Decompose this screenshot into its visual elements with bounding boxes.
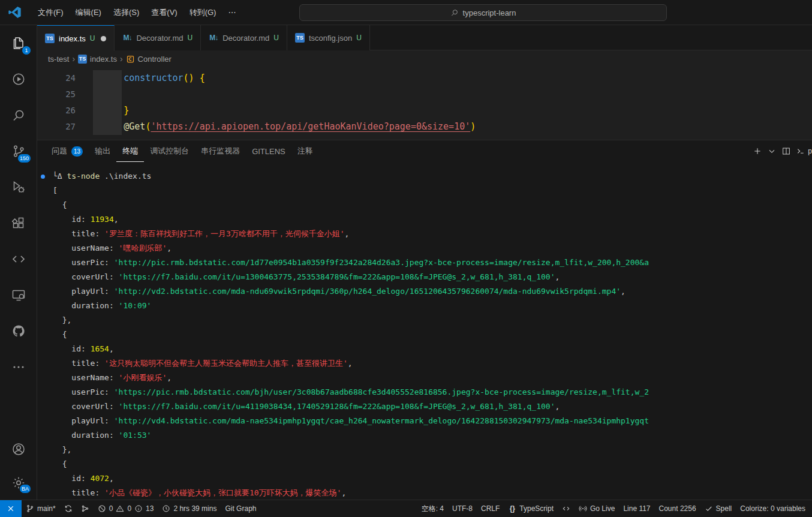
menu-more-button[interactable]: ⋯ [222, 5, 242, 20]
activity-run-commands[interactable] [0, 61, 37, 97]
menu-item[interactable]: 选择(S) [107, 4, 145, 21]
activity-run-and-debug[interactable] [0, 169, 37, 205]
status-bar-left: main*00132 hrs 39 minsGit Graph [0, 500, 260, 517]
panel-tab-终端[interactable]: 终端 [116, 140, 144, 162]
text-run [194, 73, 200, 83]
status-count: 13 [146, 504, 154, 513]
text-run: constructor [124, 73, 183, 83]
tab-tsconfig-json[interactable]: TStsconfig.jsonU [287, 25, 370, 50]
panel-tab-输出[interactable]: 输出 [89, 140, 116, 162]
status-label: CRLF [481, 504, 500, 513]
status-git-graph-view[interactable] [77, 500, 94, 517]
tab-index-ts[interactable]: TSindex.tsU [37, 25, 115, 51]
activity-github[interactable] [0, 313, 37, 349]
search-icon [450, 8, 459, 17]
terminal[interactable]: └Δ ts-node .\index.ts[ { id: 11934, titl… [37, 162, 812, 500]
status-go-live[interactable]: Go Live [575, 500, 619, 517]
menu-item[interactable]: 文件(F) [32, 4, 70, 21]
status-git-branch[interactable]: main* [22, 500, 60, 517]
menu-item[interactable]: 查看(V) [145, 4, 183, 21]
tab-decorator-md[interactable]: M↓Decorator.mdU [115, 25, 201, 50]
status-encoding[interactable]: UTF-8 [448, 500, 477, 517]
menu-bar: 文件(F)编辑(E)选择(S)查看(V)转到(G)⋯ [32, 4, 242, 21]
md-file-icon: M↓ [122, 33, 132, 43]
line-number: 24 [37, 70, 76, 86]
terminal-line: [ [53, 184, 812, 198]
terminal-line: userName: '小刚看娱乐', [53, 371, 812, 385]
panel-tab-问题[interactable]: 问题13 [46, 140, 89, 162]
terminal-line: userPic: 'http://pic.rmb.bdstatic.com/1d… [53, 256, 812, 270]
activity-remote-explorer[interactable] [0, 277, 37, 313]
panel-tab-注释[interactable]: 注释 [291, 140, 319, 162]
remote-arrows-icon [7, 504, 15, 513]
text-run: '小刚看娱乐' [119, 373, 167, 382]
panel-action-terminal-tab[interactable]: p [796, 146, 812, 156]
status-time-tracker[interactable]: 2 hrs 39 mins [158, 500, 221, 517]
activity-badge: 150 [17, 154, 31, 163]
editor[interactable]: 24 constructor() {2526 }27 @Get('https:/… [37, 67, 812, 140]
activity-bar: 1150 BA [0, 25, 37, 500]
activity-search[interactable] [0, 97, 37, 133]
text-run: }, [53, 315, 71, 324]
text-run: id: [53, 474, 91, 483]
braces-icon: {} [508, 504, 516, 513]
activity-source-control[interactable]: 150 [0, 133, 37, 169]
status-git-graph[interactable]: Git Graph [221, 500, 260, 517]
breadcrumb-label: Controller [138, 55, 172, 64]
terminal-line: { [53, 457, 812, 471]
status-formatter[interactable] [558, 500, 575, 517]
breadcrumb-item[interactable]: TSindex.ts [78, 55, 117, 64]
terminal-line: id: 4072, [53, 471, 812, 486]
tab-decorator-md[interactable]: M↓Decorator.mdU [201, 25, 287, 50]
md-file-icon: M↓ [209, 33, 218, 43]
line-number: 26 [37, 103, 76, 119]
status-label: UTF-8 [452, 504, 473, 513]
status-colorize[interactable]: Colorize: 0 variables [736, 500, 810, 517]
text-run: , [555, 272, 560, 281]
panel-action-launch-profile[interactable] [767, 146, 777, 156]
text-run: , [114, 215, 119, 224]
panel-tab-label: 串行监视器 [201, 146, 240, 157]
terminal-line: title: '这只狗太聪明不但会帮主人掰玉米还会帮助主人推车，甚至很讲卫生', [53, 356, 812, 371]
terminal-line: playUrl: 'http://vd2.bdstatic.com/mda-nd… [53, 284, 812, 299]
terminal-line: { [53, 198, 812, 212]
text-run: '01:53' [119, 431, 152, 440]
status-language-mode[interactable]: {}TypeScript [504, 500, 558, 517]
panel-tab-串行监视器[interactable]: 串行监视器 [195, 140, 246, 162]
activity-settings[interactable]: BA [0, 466, 37, 500]
status-spell-checker[interactable]: Spell [700, 500, 736, 517]
panel-tab-调试控制台[interactable]: 调试控制台 [144, 140, 195, 162]
panel-tab-GITLENS[interactable]: GITLENS [246, 140, 291, 162]
panel-action-split-terminal[interactable] [781, 146, 791, 156]
info-icon [134, 504, 143, 513]
status-remote[interactable] [0, 500, 22, 517]
text-run: 'https://pic.rmb.bdstatic.com/bjh/user/3… [114, 387, 649, 396]
command-center-search[interactable]: typescript-learn [299, 4, 667, 21]
status-problems[interactable]: 0013 [94, 500, 158, 517]
git-decoration: U [90, 34, 95, 43]
status-count: 0 [109, 504, 113, 513]
panel-action-new-terminal[interactable] [753, 146, 762, 156]
activity-more-views[interactable] [0, 349, 37, 385]
status-label: 空格: 4 [422, 504, 444, 514]
status-indentation[interactable]: 空格: 4 [417, 500, 448, 517]
workbench-main: TSindex.tsUM↓Decorator.mdUM↓Decorator.md… [37, 25, 812, 500]
breadcrumb-label: index.ts [90, 55, 117, 64]
status-eol[interactable]: CRLF [477, 500, 504, 517]
activity-accounts[interactable] [0, 432, 37, 466]
code2-icon [562, 504, 570, 513]
activity-extensions[interactable] [0, 205, 37, 241]
activity-explorer[interactable]: 1 [0, 25, 37, 61]
status-sync-changes[interactable] [60, 500, 77, 517]
status-line-counter[interactable]: Line 117 [619, 500, 654, 517]
breadcrumb-item[interactable]: ts-test [48, 55, 69, 64]
git-decoration: U [188, 34, 193, 42]
status-label: 2 hrs 39 mins [173, 504, 216, 513]
menu-item[interactable]: 编辑(E) [70, 4, 107, 21]
text-run: title: [53, 229, 104, 238]
text-run: playUrl: [53, 287, 114, 296]
status-word-count[interactable]: Count 2256 [655, 500, 700, 517]
breadcrumb-item[interactable]: Controller [126, 55, 172, 64]
menu-item[interactable]: 转到(G) [184, 4, 222, 21]
activity-live-server[interactable] [0, 241, 37, 277]
